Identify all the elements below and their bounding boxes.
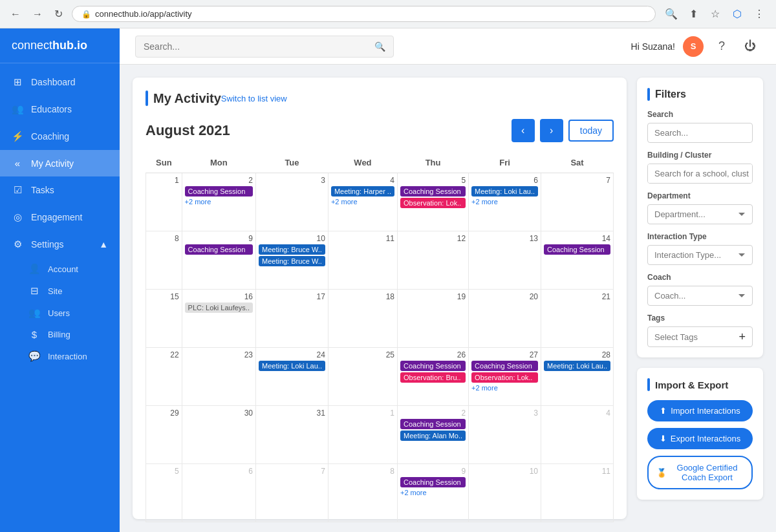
- calendar-day-cell[interactable]: 31: [255, 406, 328, 464]
- calendar-day-cell[interactable]: 12: [397, 231, 468, 290]
- calendar-event[interactable]: Meeting: Harper ..: [331, 186, 394, 197]
- filter-building-input[interactable]: [648, 164, 753, 183]
- calendar-day-cell[interactable]: 11: [541, 464, 614, 522]
- sidebar-item-engagement[interactable]: ◎ Engagement: [0, 204, 120, 231]
- search-input[interactable]: [144, 41, 369, 52]
- calendar-day-cell[interactable]: 27Coaching SessionObservation: Lok..+2 m…: [469, 348, 541, 406]
- sidebar-item-billing[interactable]: $ Billing: [8, 324, 120, 345]
- sidebar-item-dashboard[interactable]: ⊞ Dashboard: [0, 69, 120, 96]
- calendar-day-cell[interactable]: 25: [328, 348, 397, 406]
- calendar-day-cell[interactable]: 17: [255, 290, 328, 348]
- address-bar[interactable]: 🔒 connecthub.io/app/activity: [72, 6, 656, 22]
- calendar-event[interactable]: Meeting: Bruce W..: [259, 256, 325, 266]
- calendar-more-link[interactable]: +2 more: [471, 384, 538, 392]
- export-interactions-button[interactable]: ⬇ Export Interactions: [647, 428, 753, 449]
- calendar-more-link[interactable]: +2 more: [331, 198, 394, 206]
- calendar-day-cell[interactable]: 8: [328, 464, 397, 522]
- calendar-day-cell[interactable]: 13: [469, 231, 541, 290]
- calendar-day-cell[interactable]: 19: [397, 290, 468, 348]
- calendar-day-cell[interactable]: 3: [469, 406, 541, 464]
- calendar-next-button[interactable]: ›: [540, 119, 563, 142]
- calendar-day-cell[interactable]: 5Coaching SessionObservation: Lok..: [397, 173, 468, 231]
- nav-back-button[interactable]: ←: [8, 6, 23, 23]
- sidebar-item-users[interactable]: 👥 Users: [8, 302, 120, 324]
- calendar-day-cell[interactable]: 1: [146, 173, 182, 231]
- calendar-day-cell[interactable]: 30: [182, 406, 255, 464]
- sidebar-item-coaching[interactable]: ⚡ Coaching: [0, 123, 120, 150]
- calendar-day-cell[interactable]: 14Coaching Session: [541, 231, 614, 290]
- calendar-day-cell[interactable]: 1: [328, 406, 397, 464]
- calendar-day-cell[interactable]: 9Coaching Session+2 more: [397, 464, 468, 522]
- filter-interaction-type-select[interactable]: Interaction Type...: [647, 245, 753, 265]
- calendar-day-cell[interactable]: 9Coaching Session: [182, 231, 255, 290]
- calendar-day-cell[interactable]: 26Coaching SessionObservation: Bru..: [397, 348, 468, 406]
- calendar-event[interactable]: Coaching Session: [185, 186, 253, 197]
- calendar-day-cell[interactable]: 6: [182, 464, 255, 522]
- calendar-event[interactable]: Meeting: Alan Mo..: [400, 431, 466, 441]
- calendar-event[interactable]: Observation: Lok..: [471, 372, 538, 383]
- filter-department-select[interactable]: Department...: [647, 204, 753, 224]
- calendar-day-cell[interactable]: 22: [146, 348, 182, 406]
- calendar-day-cell[interactable]: 18: [328, 290, 397, 348]
- calendar-day-cell[interactable]: 7: [255, 464, 328, 522]
- calendar-day-cell[interactable]: 8: [146, 231, 182, 290]
- calendar-day-cell[interactable]: 7: [541, 173, 614, 231]
- filter-coach-select[interactable]: Coach...: [647, 286, 753, 306]
- calendar-event[interactable]: Meeting: Loki Lau..: [259, 361, 325, 371]
- sidebar-item-my-activity[interactable]: « My Activity: [0, 150, 120, 176]
- calendar-event[interactable]: Meeting: Bruce W..: [259, 244, 325, 255]
- calendar-event[interactable]: Meeting: Loki Lau..: [544, 361, 610, 371]
- calendar-event[interactable]: Meeting: Loki Lau..: [471, 186, 538, 197]
- calendar-prev-button[interactable]: ‹: [512, 119, 535, 142]
- import-interactions-button[interactable]: ⬆ Import Interactions: [647, 400, 753, 421]
- calendar-day-cell[interactable]: 21: [541, 290, 614, 348]
- calendar-event[interactable]: Coaching Session: [544, 244, 610, 255]
- nav-refresh-button[interactable]: ↻: [52, 5, 65, 23]
- bookmark-button[interactable]: ☆: [706, 5, 724, 23]
- calendar-more-link[interactable]: +2 more: [471, 198, 538, 206]
- calendar-day-cell[interactable]: 6Meeting: Loki Lau..+2 more: [469, 173, 541, 231]
- calendar-day-cell[interactable]: 23: [182, 348, 255, 406]
- calendar-day-cell[interactable]: 16PLC: Loki Laufeys..: [182, 290, 255, 348]
- calendar-day-cell[interactable]: 20: [469, 290, 541, 348]
- calendar-event[interactable]: Coaching Session: [185, 244, 253, 255]
- calendar-day-cell[interactable]: 5: [146, 464, 182, 522]
- sidebar-item-account[interactable]: 👤 Account: [8, 258, 120, 280]
- google-export-button[interactable]: 🏅 Google Certified Coach Export: [647, 456, 753, 489]
- calendar-today-button[interactable]: today: [568, 120, 614, 142]
- calendar-more-link[interactable]: +2 more: [185, 198, 253, 206]
- calendar-day-cell[interactable]: 11: [328, 231, 397, 290]
- help-button[interactable]: ?: [711, 36, 732, 57]
- filter-tags-add-button[interactable]: +: [738, 331, 746, 343]
- sidebar-item-educators[interactable]: 👥 Educators: [0, 96, 120, 123]
- calendar-day-cell[interactable]: 10: [469, 464, 541, 522]
- calendar-event[interactable]: Coaching Session: [471, 361, 538, 371]
- calendar-event[interactable]: Observation: Lok..: [400, 198, 466, 208]
- extensions-button[interactable]: ⬡: [728, 5, 746, 23]
- filter-search-input[interactable]: [647, 123, 753, 143]
- calendar-day-cell[interactable]: 28Meeting: Loki Lau..: [541, 348, 614, 406]
- calendar-event[interactable]: PLC: Loki Laufeys..: [185, 303, 253, 313]
- share-button[interactable]: ⬆: [684, 5, 702, 23]
- sidebar-item-interaction[interactable]: 💬 Interaction: [8, 345, 120, 367]
- search-browser-button[interactable]: 🔍: [662, 5, 680, 23]
- more-button[interactable]: ⋮: [750, 5, 768, 23]
- calendar-event[interactable]: Coaching Session: [400, 361, 466, 371]
- user-avatar[interactable]: S: [683, 36, 704, 57]
- calendar-event[interactable]: Observation: Bru..: [400, 372, 466, 383]
- sidebar-item-site[interactable]: ⊟ Site: [8, 280, 120, 302]
- sidebar-item-tasks[interactable]: ☑ Tasks: [0, 176, 120, 204]
- calendar-day-cell[interactable]: 10Meeting: Bruce W..Meeting: Bruce W..: [255, 231, 328, 290]
- sidebar-item-settings[interactable]: ⚙ Settings ▲: [0, 231, 120, 258]
- calendar-day-cell[interactable]: 3: [255, 173, 328, 231]
- calendar-day-cell[interactable]: 15: [146, 290, 182, 348]
- calendar-event[interactable]: Coaching Session: [400, 186, 466, 197]
- calendar-day-cell[interactable]: 2Coaching Session+2 more: [182, 173, 255, 231]
- calendar-event[interactable]: Coaching Session: [400, 419, 466, 429]
- nav-forward-button[interactable]: →: [30, 6, 45, 23]
- calendar-day-cell[interactable]: 2Coaching SessionMeeting: Alan Mo..: [397, 406, 468, 464]
- switch-view-link[interactable]: Switch to list view: [221, 94, 287, 103]
- calendar-day-cell[interactable]: 29: [146, 406, 182, 464]
- calendar-day-cell[interactable]: 24Meeting: Loki Lau..: [255, 348, 328, 406]
- calendar-more-link[interactable]: +2 more: [400, 489, 466, 496]
